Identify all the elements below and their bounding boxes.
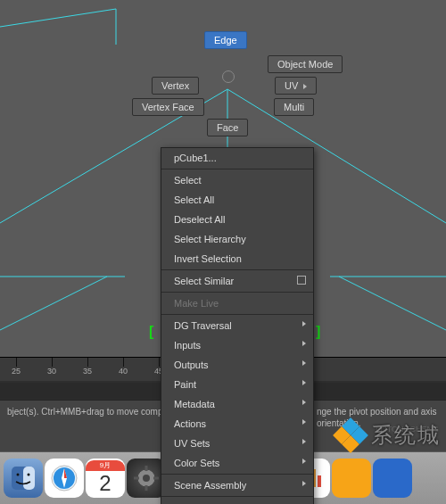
ctx-dg-traversal[interactable]: DG Traversal bbox=[161, 316, 313, 335]
ctx-inputs[interactable]: Inputs bbox=[161, 335, 313, 355]
mm-edge[interactable]: Edge bbox=[204, 31, 247, 49]
calendar-day: 2 bbox=[99, 471, 111, 496]
status-text-left: bject(s). Ctrl+MMB+drag to move componen… bbox=[7, 407, 186, 417]
ctx-select-similar[interactable]: Select Similar bbox=[161, 271, 313, 291]
ctx-outputs[interactable]: Outputs bbox=[161, 355, 313, 375]
marking-menu-center bbox=[222, 70, 235, 83]
mm-vertex-face[interactable]: Vertex Face bbox=[132, 98, 204, 116]
svg-line-7 bbox=[339, 277, 446, 330]
svg-point-11 bbox=[17, 474, 20, 476]
ctx-select-hierarchy[interactable]: Select Hierarchy bbox=[161, 229, 313, 249]
svg-line-6 bbox=[0, 277, 107, 330]
ctx-select-all[interactable]: Select All bbox=[161, 190, 313, 210]
svg-rect-10 bbox=[23, 467, 35, 490]
dock-finder-icon[interactable] bbox=[4, 459, 43, 498]
watermark-text: 系统城 bbox=[371, 421, 441, 450]
mm-vertex[interactable]: Vertex bbox=[152, 77, 199, 95]
dock-safari-icon[interactable] bbox=[45, 459, 84, 498]
mm-face[interactable]: Face bbox=[207, 119, 248, 136]
timeline-tick: 40 bbox=[119, 367, 128, 376]
ctx-separator bbox=[161, 269, 313, 270]
dock-app-icon[interactable] bbox=[373, 459, 412, 498]
ctx-separator bbox=[161, 314, 313, 315]
svg-point-18 bbox=[143, 475, 150, 482]
ctx-uv-sets[interactable]: UV Sets bbox=[161, 434, 313, 453]
timeline-tick: 30 bbox=[47, 367, 56, 376]
ctx-deselect-all[interactable]: Deselect All bbox=[161, 210, 313, 229]
timeline-tick: 35 bbox=[83, 367, 92, 376]
mm-multi[interactable]: Multi bbox=[274, 98, 314, 116]
timeline-tick: 25 bbox=[12, 367, 21, 376]
dock-calendar-icon[interactable]: 9月 2 bbox=[86, 459, 125, 498]
dock-app-icon[interactable] bbox=[332, 459, 371, 498]
ctx-invert-selection[interactable]: Invert Selection bbox=[161, 249, 313, 269]
ctx-paint[interactable]: Paint bbox=[161, 375, 313, 394]
ctx-make-live: Make Live bbox=[161, 293, 313, 313]
watermark-logo: 系统城 bbox=[335, 420, 441, 450]
range-bracket-left: [ bbox=[149, 324, 153, 340]
ctx-title[interactable]: pCube1... bbox=[161, 148, 313, 168]
ctx-separator bbox=[161, 496, 313, 497]
range-bracket-right: ] bbox=[316, 324, 320, 340]
ctx-separator bbox=[161, 292, 313, 293]
mm-object-mode[interactable]: Object Mode bbox=[268, 55, 343, 73]
ctx-color-sets[interactable]: Color Sets bbox=[161, 453, 313, 473]
ctx-material-attributes[interactable]: Material Attributes... bbox=[161, 498, 313, 504]
context-menu: pCube1... Select Select All Deselect All… bbox=[161, 147, 314, 504]
ctx-scene-assembly[interactable]: Scene Assembly bbox=[161, 475, 313, 495]
svg-line-0 bbox=[0, 9, 116, 27]
calendar-month: 9月 bbox=[86, 460, 125, 471]
ctx-separator bbox=[161, 474, 313, 475]
svg-point-12 bbox=[28, 474, 30, 476]
ctx-actions[interactable]: Actions bbox=[161, 414, 313, 434]
svg-rect-30 bbox=[318, 475, 321, 487]
mm-uv[interactable]: UV bbox=[275, 77, 317, 95]
ctx-separator bbox=[161, 169, 313, 169]
ctx-select[interactable]: Select bbox=[161, 170, 313, 190]
ctx-metadata[interactable]: Metadata bbox=[161, 394, 313, 414]
